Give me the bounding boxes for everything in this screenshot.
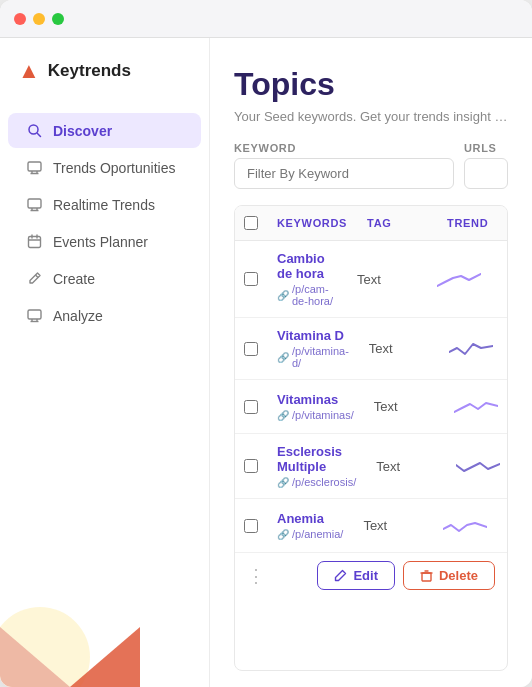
titlebar bbox=[0, 0, 532, 38]
keyword-filter-label: KEYWORD bbox=[234, 142, 454, 154]
action-buttons: Edit Delete bbox=[317, 561, 495, 590]
sidebar-item-realtime-trends[interactable]: Realtime Trends bbox=[8, 187, 201, 222]
page-subtitle: Your Seed keywords. Get your trends insi… bbox=[234, 109, 508, 124]
row-checkbox-5[interactable] bbox=[244, 519, 258, 533]
sidebar-item-trends-label: Trends Oportunities bbox=[53, 160, 175, 176]
tag-cell-4: Text bbox=[366, 459, 446, 474]
sidebar-item-create-label: Create bbox=[53, 271, 95, 287]
more-options-icon[interactable]: ⋮ bbox=[247, 565, 266, 587]
kw-cell-4: Esclerosis Multiple 🔗 /p/esclerosis/ bbox=[267, 444, 366, 488]
svg-rect-22 bbox=[422, 573, 431, 581]
trend-cell-1 bbox=[427, 268, 507, 290]
main-content: Topics Your Seed keywords. Get your tren… bbox=[210, 38, 532, 687]
urls-filter-label: URLS bbox=[464, 142, 508, 154]
svg-line-14 bbox=[36, 275, 39, 278]
row-checkbox-4[interactable] bbox=[244, 459, 258, 473]
kw-cell-3: Vitaminas 🔗 /p/vitaminas/ bbox=[267, 392, 364, 421]
logo-area: ▲ Keytrends bbox=[0, 58, 209, 112]
row-checkbox-1[interactable] bbox=[244, 272, 258, 286]
row-check-2 bbox=[235, 342, 267, 356]
th-trend: TREND bbox=[437, 216, 508, 230]
trend-cell-3 bbox=[444, 396, 508, 418]
svg-rect-10 bbox=[29, 237, 41, 248]
close-dot[interactable] bbox=[14, 13, 26, 25]
realtime-icon bbox=[26, 196, 43, 213]
decorative-shapes bbox=[0, 567, 209, 687]
kw-url-4: 🔗 /p/esclerosis/ bbox=[277, 476, 356, 488]
trend-cell-4 bbox=[446, 455, 508, 477]
kw-url-3: 🔗 /p/vitaminas/ bbox=[277, 409, 354, 421]
row-check-5 bbox=[235, 519, 267, 533]
kw-title-2[interactable]: Vitamina D bbox=[277, 328, 349, 343]
kw-cell-2: Vitamina D 🔗 /p/vitamina-d/ bbox=[267, 328, 359, 369]
svg-rect-6 bbox=[28, 199, 41, 208]
kw-title-5[interactable]: Anemia bbox=[277, 511, 343, 526]
sidebar-item-events-planner[interactable]: Events Planner bbox=[8, 224, 201, 259]
edit-button[interactable]: Edit bbox=[317, 561, 395, 590]
keyword-filter-group: KEYWORD bbox=[234, 142, 454, 189]
external-link-icon-5: 🔗 bbox=[277, 529, 289, 540]
minimize-dot[interactable] bbox=[33, 13, 45, 25]
table-row: Vitamina D 🔗 /p/vitamina-d/ Text bbox=[235, 318, 507, 380]
maximize-dot[interactable] bbox=[52, 13, 64, 25]
svg-line-1 bbox=[38, 134, 41, 137]
app-body: ▲ Keytrends Discover bbox=[0, 38, 532, 687]
edit-icon bbox=[334, 569, 347, 582]
external-link-icon: 🔗 bbox=[277, 290, 289, 301]
sidebar-item-discover[interactable]: Discover bbox=[8, 113, 201, 148]
table-row: Anemia 🔗 /p/anemia/ Text bbox=[235, 499, 507, 553]
tag-cell-5: Text bbox=[353, 518, 433, 533]
sidebar-item-discover-label: Discover bbox=[53, 123, 112, 139]
keyword-filter-input[interactable] bbox=[234, 158, 454, 189]
kw-title-1[interactable]: Cambio de hora bbox=[277, 251, 337, 281]
row-check-1 bbox=[235, 272, 267, 286]
logo-icon: ▲ bbox=[18, 58, 40, 84]
kw-title-3[interactable]: Vitaminas bbox=[277, 392, 354, 407]
monitor-icon bbox=[26, 159, 43, 176]
tag-cell-2: Text bbox=[359, 341, 439, 356]
sidebar-item-realtime-label: Realtime Trends bbox=[53, 197, 155, 213]
app-window: ▲ Keytrends Discover bbox=[0, 0, 532, 687]
th-tag: TAG bbox=[357, 216, 437, 230]
kw-cell-1: Cambio de hora 🔗 /p/cam-de-hora/ bbox=[267, 251, 347, 307]
trend-cell-2 bbox=[439, 338, 508, 360]
row-check-3 bbox=[235, 400, 267, 414]
trash-icon bbox=[420, 569, 433, 582]
table-row: Vitaminas 🔗 /p/vitaminas/ Text bbox=[235, 380, 507, 434]
kw-url-2: 🔗 /p/vitamina-d/ bbox=[277, 345, 349, 369]
kw-title-4[interactable]: Esclerosis Multiple bbox=[277, 444, 356, 474]
page-title: Topics bbox=[234, 66, 508, 103]
trend-cell-5 bbox=[433, 515, 508, 537]
table-header: KEYWORDS TAG TREND bbox=[235, 206, 507, 241]
sidebar-item-analyze-label: Analyze bbox=[53, 308, 103, 324]
table-row: Cambio de hora 🔗 /p/cam-de-hora/ Text bbox=[235, 241, 507, 318]
kw-url-1: 🔗 /p/cam-de-hora/ bbox=[277, 283, 337, 307]
select-all-checkbox[interactable] bbox=[244, 216, 258, 230]
sidebar-item-analyze[interactable]: Analyze bbox=[8, 298, 201, 333]
th-keywords: KEYWORDS bbox=[267, 216, 357, 230]
urls-filter-group: URLS bbox=[464, 142, 508, 189]
keywords-table: KEYWORDS TAG TREND Cambio de hora bbox=[234, 205, 508, 671]
row-check-4 bbox=[235, 459, 267, 473]
svg-point-0 bbox=[29, 125, 38, 134]
row-checkbox-3[interactable] bbox=[244, 400, 258, 414]
sidebar-item-create[interactable]: Create bbox=[8, 261, 201, 296]
bottom-bar: ⋮ Edit bbox=[235, 553, 507, 594]
sidebar: ▲ Keytrends Discover bbox=[0, 38, 210, 687]
delete-button[interactable]: Delete bbox=[403, 561, 495, 590]
logo-text: Keytrends bbox=[48, 61, 131, 81]
row-checkbox-2[interactable] bbox=[244, 342, 258, 356]
analyze-icon bbox=[26, 307, 43, 324]
external-link-icon-3: 🔗 bbox=[277, 410, 289, 421]
kw-url-5: 🔗 /p/anemia/ bbox=[277, 528, 343, 540]
table-row: Esclerosis Multiple 🔗 /p/esclerosis/ Tex… bbox=[235, 434, 507, 499]
external-link-icon-2: 🔗 bbox=[277, 352, 289, 363]
sidebar-item-trends-opportunities[interactable]: Trends Oportunities bbox=[8, 150, 201, 185]
external-link-icon-4: 🔗 bbox=[277, 477, 289, 488]
urls-filter-input[interactable] bbox=[464, 158, 508, 189]
search-icon bbox=[26, 122, 43, 139]
svg-rect-15 bbox=[28, 310, 41, 319]
header-checkbox-cell bbox=[235, 216, 267, 230]
sidebar-item-events-label: Events Planner bbox=[53, 234, 148, 250]
tag-cell-1: Text bbox=[347, 272, 427, 287]
